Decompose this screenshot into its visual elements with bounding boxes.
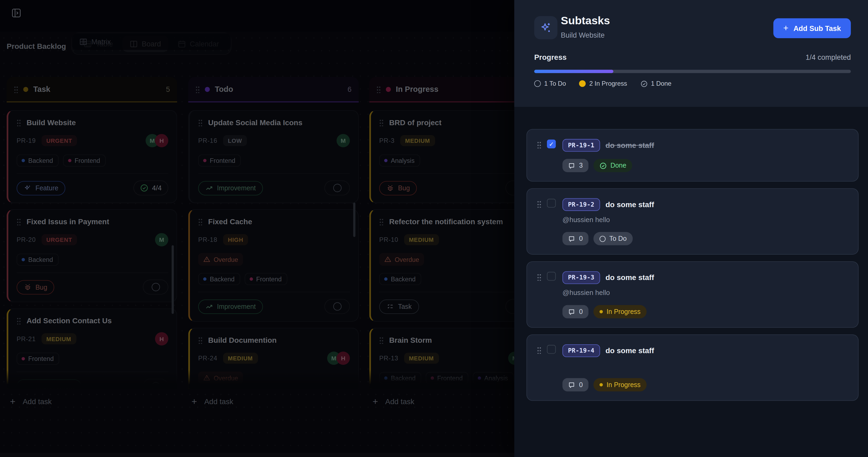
subtask-row[interactable]: PR-19-3 do some staff @hussien hello 0 I… [526,261,858,328]
comment-icon [568,308,575,315]
subtask-row[interactable]: PR-19-4 do some staff 0 In Progress [526,334,858,401]
comment-icon [568,381,575,388]
subtask-id-badge: PR-19-2 [562,198,600,211]
subtask-id-badge: PR-19-1 [562,139,600,152]
status-badge: In Progress [593,305,647,318]
progress-completed-text: 1/4 completed [806,53,851,61]
drag-handle-icon[interactable] [537,346,541,354]
comment-icon [568,162,575,169]
subtask-row[interactable]: ✓ PR-19-1 do some staff 3 Done [526,129,858,182]
subtask-row[interactable]: PR-19-2 do some staff @hussien hello 0 T… [526,188,858,255]
status-dot-icon [599,310,602,313]
subtasks-panel: Subtasks Build Website + Add Sub Task Pr… [514,0,868,457]
legend-item: 2 In Progress [579,80,627,87]
sparkles-icon [534,16,557,39]
subtask-checkbox[interactable] [547,272,556,280]
panel-header: Subtasks Build Website + Add Sub Task Pr… [514,0,868,107]
status-badge: In Progress [593,378,647,392]
subtask-list: ✓ PR-19-1 do some staff 3 Done [526,129,858,401]
add-sub-task-button[interactable]: + Add Sub Task [773,18,851,38]
subtask-title: do some staff [606,201,654,209]
plus-icon: + [783,23,788,33]
check-circle-icon [599,162,607,169]
comment-count-pill[interactable]: 0 [562,378,588,392]
subtask-checkbox[interactable] [547,199,556,208]
app-root: Product Backlog Table Board Map Calendar… [0,0,868,457]
check-circle-icon [640,80,648,87]
status-dot-icon [599,383,602,386]
comment-count-pill[interactable]: 0 [562,305,588,318]
panel-title: Subtasks [561,14,610,27]
comment-count-pill[interactable]: 3 [562,159,588,172]
legend-item: 1 Done [640,80,671,87]
comment-count-pill[interactable]: 0 [562,232,588,245]
subtask-mention [562,362,848,371]
panel-subtitle: Build Website [561,31,604,39]
drag-handle-icon[interactable] [537,141,541,148]
status-badge: To Do [593,232,633,245]
legend-item: 1 To Do [534,80,566,87]
circle-outline-icon [599,236,606,242]
subtask-checkbox[interactable]: ✓ [547,140,556,148]
progress-legend: 1 To Do2 In Progress1 Done [534,79,671,89]
circle-outline-icon [534,80,541,87]
drag-handle-icon[interactable] [537,201,541,208]
subtask-mention: @hussien hello [562,216,848,225]
subtask-id-badge: PR-19-4 [562,344,600,357]
drag-handle-icon[interactable] [537,274,541,281]
progress-bar [534,70,851,73]
progress-label: Progress [534,53,566,61]
subtask-id-badge: PR-19-3 [562,271,600,284]
comment-icon [568,235,575,242]
subtask-title: do some staff [606,141,654,150]
status-badge: Done [593,159,632,172]
subtask-title: do some staff [606,274,654,282]
add-sub-task-label: Add Sub Task [794,24,841,32]
yellow-dot-icon [579,80,586,87]
subtask-title: do some staff [606,346,654,355]
subtask-mention: @hussien hello [562,289,848,298]
subtask-checkbox[interactable] [547,345,556,354]
progress-bar-fill [534,70,613,73]
